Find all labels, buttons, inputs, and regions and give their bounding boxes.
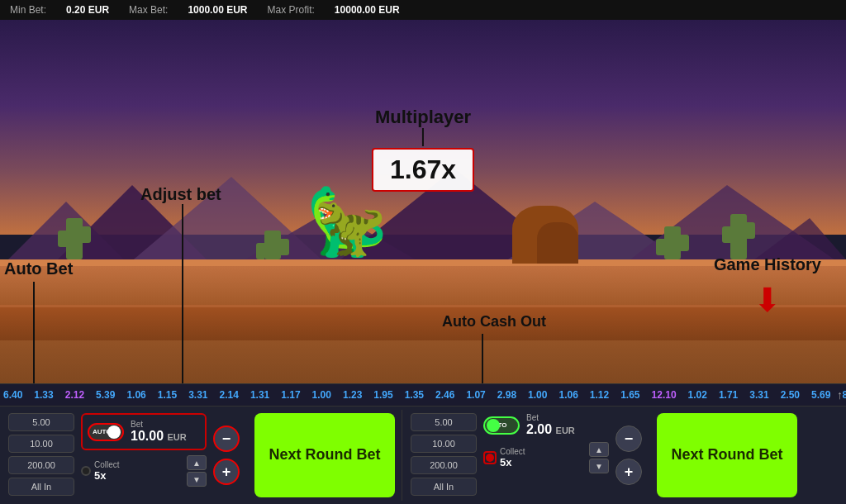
plus-btn-2[interactable]: + [615,459,642,485]
collect-label-2: Collect [500,447,525,456]
multiplayer-label: Multiplayer [375,107,471,128]
minus-btn-1[interactable]: − [213,426,240,452]
max-profit-label: Max Profit: [268,4,315,16]
collect-toggle-1[interactable] [81,466,91,476]
rock-formation-2 [537,222,578,264]
bet-main-1: AUTO Bet 10.00 EUR Collect 5x [81,413,207,497]
game-history-annotation: Game History ⬇ [714,255,821,319]
game-history-arrow: ⬇ [714,281,821,319]
quick-bet-10-1[interactable]: 10.00 [8,435,74,453]
ticker-number: 1.35 [405,389,424,401]
minus-btn-2[interactable]: − [615,426,642,452]
auto-cashout-line [482,334,483,383]
quick-bets-col-1: 5.00 10.00 200.00 All In [8,413,74,497]
auto-toggle-2-wrapper: AUTO [483,416,520,435]
bet-amount-display-2: Bet 2.00 EUR [526,413,575,437]
adj-btns-2: − + [615,413,642,497]
adj-btns-1: − + [213,413,240,497]
auto-bet-annotation: Auto Bet [4,259,73,383]
trex: 🦖 [314,197,386,255]
ticker-up-icon[interactable]: ↑ [837,388,843,402]
auto-toggle-2[interactable]: AUTO [483,416,520,435]
ticker-number: 1.06 [126,389,145,401]
collect-down-1[interactable]: ▼ [187,472,207,487]
ticker-number: 5.69 [811,389,830,401]
multiplier-value: 1.67x [390,155,456,184]
ticker-number: 1.31 [250,389,269,401]
quick-bets-col-2: 5.00 10.00 200.00 All In [411,413,477,497]
ticker-number: 5.39 [96,389,115,401]
ticker-number: 2.50 [781,389,800,401]
bet-main-2: AUTO Bet 2.00 EUR Collect [483,413,609,497]
collect-chevrons-2: ▲ ▼ [589,442,609,473]
bet-value-1: 10.00 EUR [131,429,187,444]
collect-label-1: Collect [94,460,120,469]
ticker-number: 12.10 [652,389,677,401]
toggle-knob-1 [107,426,121,439]
auto-cashout-label: Auto Cash Out [442,313,546,330]
cactus-3 [664,226,681,259]
ticker-number: 2.14 [220,389,239,401]
quick-bet-5-1[interactable]: 5.00 [8,413,74,431]
ticker-number: 1.95 [373,389,392,401]
collect-box-2 [483,451,497,464]
ticker-number: 1.07 [466,389,485,401]
adjust-bet-line [182,204,183,383]
bet-label-1: Bet [131,420,187,429]
ticker-number: 1.00 [312,389,331,401]
ticker-numbers: 6.401.332.125.391.061.153.312.141.311.17… [3,389,846,401]
quick-bet-10-2[interactable]: 10.00 [411,435,477,453]
auto-bet-label: Auto Bet [4,259,73,278]
multiplayer-annotation: Multiplayer [375,107,471,146]
ticker-number: 1.71 [719,389,738,401]
cactus-4 [730,214,747,259]
ticker-number: 8 [842,389,846,401]
bottom-controls: 5.00 10.00 200.00 All In AUTO Bet 10.00 … [0,407,846,504]
max-bet-value: 1000.00 EUR [188,4,247,16]
ticker-number: 1.12 [590,389,609,401]
ticker-number: 1.06 [558,389,577,401]
ticker-number: 1.15 [158,389,177,401]
next-round-btn-2[interactable]: Next Round Bet [657,413,797,497]
collect-toggle-2[interactable] [486,454,494,462]
cactus-2 [264,231,281,259]
bet-panel-1: 5.00 10.00 200.00 All In AUTO Bet 10.00 … [0,407,248,504]
collect-up-1[interactable]: ▲ [187,455,207,470]
quick-bet-200-2[interactable]: 200.00 [411,456,477,474]
quick-bet-allin-2[interactable]: All In [411,478,477,496]
collect-value-1: 5x [94,469,120,482]
bet-display-box-1: AUTO Bet 10.00 EUR [81,413,207,450]
auto-toggle-1[interactable]: AUTO [88,423,124,441]
quick-bet-allin-1[interactable]: All In [8,478,74,496]
quick-bet-200-1[interactable]: 200.00 [8,456,74,474]
quick-bet-5-2[interactable]: 5.00 [411,413,477,431]
max-bet-label: Max Bet: [129,4,168,16]
collect-value-2: 5x [500,456,525,468]
top-bar: Min Bet: 0.20 EUR Max Bet: 1000.00 EUR M… [0,0,846,20]
ticker-number: 3.31 [749,389,768,401]
bet-panel-2: 5.00 10.00 200.00 All In AUTO Bet [402,407,650,504]
bet-value-2: 2.00 EUR [526,422,575,437]
ticker-number: 6.40 [3,389,22,401]
plus-btn-1[interactable]: + [213,459,240,485]
next-round-btn-1[interactable]: Next Round Bet [254,413,395,497]
ticker-number: 2.46 [435,389,454,401]
min-bet-label: Min Bet: [10,4,46,16]
game-history-label: Game History [714,255,821,274]
toggle-knob-2 [487,419,500,432]
multiplayer-line [422,128,424,146]
collect-row-2: Collect 5x ▲ ▼ [483,442,609,473]
ticker-number: 3.31 [188,389,207,401]
game-area: 🦕 🦖 Multiplayer 1.67x Adjust bet Auto Be… [0,20,846,383]
adjust-bet-label: Adjust bet [140,185,221,204]
collect-up-2[interactable]: ▲ [589,442,609,457]
ticker-bar: 6.401.332.125.391.061.153.312.141.311.17… [0,383,846,407]
collect-down-2[interactable]: ▼ [589,459,609,473]
bet-display-box-2: AUTO Bet 2.00 EUR [483,413,609,437]
multiplier-display: 1.67x [372,148,474,192]
max-profit-value: 10000.00 EUR [335,4,400,16]
ticker-number: 2.12 [65,389,84,401]
adjust-bet-annotation: Adjust bet [140,185,221,383]
ticker-number: 1.23 [343,389,362,401]
ticker-number: 1.02 [688,389,707,401]
